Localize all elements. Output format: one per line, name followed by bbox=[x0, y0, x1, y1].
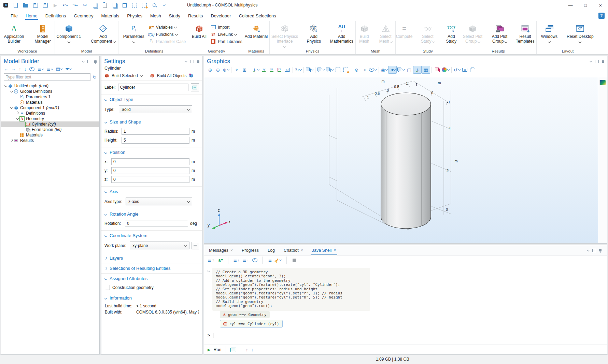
expander-icon[interactable] bbox=[10, 90, 13, 92]
work-plane-list-button[interactable] bbox=[192, 242, 199, 249]
menu-study[interactable]: Study bbox=[169, 11, 181, 20]
zoom-in-icon[interactable]: ⊕ bbox=[206, 66, 214, 73]
tab-messages[interactable]: Messages× bbox=[209, 245, 233, 255]
section-information[interactable]: Information bbox=[101, 293, 202, 303]
show-icon[interactable] bbox=[29, 67, 34, 71]
wrap-lines-icon[interactable]: ≣ bbox=[267, 257, 273, 263]
radius-input[interactable] bbox=[122, 128, 189, 135]
movie-icon[interactable] bbox=[325, 66, 334, 73]
menu-developer[interactable]: Developer bbox=[210, 11, 231, 20]
add-physics-button[interactable]: Add Physics bbox=[304, 23, 324, 45]
dropdown-caret[interactable] bbox=[140, 74, 142, 77]
menu-colored-selections[interactable]: Colored Selections bbox=[239, 11, 277, 20]
rotation-input[interactable] bbox=[125, 220, 188, 227]
search-icon[interactable] bbox=[151, 2, 157, 8]
forward-icon[interactable]: → bbox=[11, 67, 16, 72]
rotate-view-icon[interactable]: ↻ bbox=[294, 66, 302, 73]
height-input[interactable] bbox=[122, 137, 189, 144]
history-down-icon[interactable]: ↓ bbox=[251, 347, 253, 352]
build-all-button[interactable]: Build All bbox=[190, 23, 208, 40]
grid-toggle-icon[interactable]: ▦ bbox=[422, 66, 430, 74]
build-selected-button[interactable]: Build Selected bbox=[112, 73, 138, 78]
maximize-panel-icon[interactable] bbox=[87, 60, 91, 63]
maximize-panel-icon[interactable] bbox=[595, 60, 599, 63]
pin-panel-icon[interactable] bbox=[197, 60, 199, 63]
tree-item-materials[interactable]: Materials bbox=[1, 132, 99, 138]
panel-menu-icon[interactable] bbox=[590, 60, 592, 62]
section-axis[interactable]: Axis bbox=[101, 187, 202, 196]
panel-menu-icon[interactable] bbox=[587, 248, 590, 251]
expander-icon[interactable] bbox=[10, 106, 13, 109]
copy-icon[interactable] bbox=[92, 2, 98, 8]
new-file-icon[interactable] bbox=[13, 2, 19, 8]
expander-icon[interactable] bbox=[16, 112, 18, 114]
run-button[interactable]: Run bbox=[213, 347, 221, 352]
expand-all-icon[interactable]: ≣ bbox=[47, 67, 53, 72]
menu-mesh[interactable]: Mesh bbox=[150, 11, 161, 20]
close-button[interactable]: × bbox=[593, 0, 608, 10]
pin-panel-icon[interactable] bbox=[94, 60, 97, 63]
tree-item-global-definitions[interactable]: Global Definitions bbox=[1, 89, 99, 94]
go-to-view-icon[interactable] bbox=[283, 66, 291, 73]
construction-geometry-checkbox[interactable] bbox=[105, 285, 110, 290]
minimize-button[interactable]: — bbox=[563, 0, 578, 10]
object-type-select[interactable]: Solid bbox=[119, 105, 192, 113]
tree-item-root[interactable]: Untitled.mph(root) bbox=[1, 83, 99, 89]
output-geom[interactable]: A geom ==> Geometry bbox=[220, 311, 270, 318]
redo-icon[interactable]: ↷ bbox=[72, 2, 78, 8]
cell-collapse-icon[interactable] bbox=[207, 270, 210, 272]
shell-prompt[interactable]: > bbox=[208, 333, 213, 338]
build-insert-icon[interactable] bbox=[189, 73, 194, 78]
tree-item-cylinder[interactable]: Cylinder(cyl) bbox=[1, 121, 99, 127]
add-study-button[interactable]: Add Study bbox=[443, 23, 460, 45]
section-selections[interactable]: Selections of Resulting Entities bbox=[101, 263, 202, 273]
view-orientation-icon[interactable] bbox=[252, 66, 260, 73]
section-layers[interactable]: Layers bbox=[101, 253, 202, 263]
wireframe-icon[interactable]: ▢ bbox=[405, 66, 413, 73]
filter-icon[interactable] bbox=[66, 68, 71, 70]
section-position[interactable]: Position bbox=[101, 147, 202, 157]
graphics-viewport[interactable]: m -1 -0.5 0 0.5 1 1 m 0 -1 4 m 2 0 z x y bbox=[204, 77, 607, 243]
tree-item-form-union[interactable]: Form Union(fin) bbox=[1, 127, 99, 132]
tree-filter-input[interactable] bbox=[4, 73, 90, 81]
functions-button[interactable]: f(x) Functions bbox=[149, 32, 186, 37]
select-object-icon[interactable] bbox=[141, 2, 147, 8]
section-size-shape[interactable]: Size and Shape bbox=[101, 117, 202, 127]
tree-item-geometry[interactable]: A Geometry bbox=[1, 116, 99, 121]
part-libraries-button[interactable]: Part Libraries bbox=[210, 39, 242, 44]
select-frame-icon[interactable] bbox=[131, 2, 138, 8]
expander-icon[interactable] bbox=[4, 84, 7, 87]
zoom-box-icon[interactable]: ⊕ bbox=[222, 66, 230, 73]
section-assigned-attributes[interactable]: Assigned Attributes bbox=[101, 274, 202, 283]
show-labels-icon[interactable] bbox=[433, 66, 441, 73]
maximize-panel-icon[interactable] bbox=[190, 60, 194, 63]
parameters-button[interactable]: Pi Parameters bbox=[123, 23, 145, 43]
menu-materials[interactable]: Materials bbox=[101, 11, 119, 20]
shell-variables-icon[interactable]: a= bbox=[218, 257, 223, 263]
save-icon[interactable] bbox=[32, 2, 39, 8]
java-shell-console[interactable]: // Create a 3D geometrymodel.geom().crea… bbox=[204, 265, 607, 345]
shell-code-block[interactable]: // Create a 3D geometrymodel.geom().crea… bbox=[212, 268, 370, 311]
tab-chatbot[interactable]: Chatbot× bbox=[284, 245, 303, 255]
save-as-icon[interactable] bbox=[42, 2, 48, 8]
import-history-icon[interactable]: ≣↰ bbox=[208, 257, 214, 263]
import-button[interactable]: ← Import bbox=[210, 25, 242, 30]
close-tab-icon[interactable]: × bbox=[334, 248, 336, 253]
scene-light-icon[interactable] bbox=[397, 66, 405, 73]
output-cyl[interactable]: cyl ==> Cylinder (cyl) bbox=[220, 320, 283, 327]
zoom-out-icon[interactable]: ⊖ bbox=[214, 66, 222, 73]
menu-results[interactable]: Results bbox=[188, 11, 203, 20]
maximize-panel-icon[interactable] bbox=[592, 249, 596, 252]
view-xz-icon[interactable]: xz bbox=[275, 66, 283, 73]
label-input[interactable] bbox=[118, 84, 188, 91]
reset-desktop-button[interactable]: Reset Desktop bbox=[565, 23, 595, 45]
panel-menu-icon[interactable] bbox=[185, 60, 187, 62]
variables-button[interactable]: a= Variables bbox=[149, 25, 186, 30]
tree-item-definitions[interactable]: ≡ Definitions bbox=[1, 111, 99, 116]
clear-shell-icon[interactable] bbox=[276, 257, 282, 263]
back-icon[interactable]: ← bbox=[4, 67, 8, 72]
snapshot-icon[interactable] bbox=[461, 66, 469, 73]
tree-item-results[interactable]: Results bbox=[1, 138, 99, 143]
zoom-extents-icon[interactable]: ⊞ bbox=[241, 66, 249, 73]
close-tab-icon[interactable]: × bbox=[301, 248, 303, 253]
